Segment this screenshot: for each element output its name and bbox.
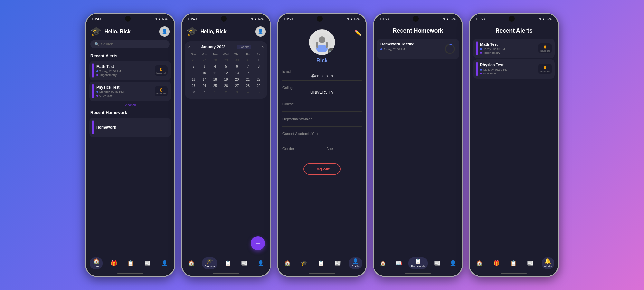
nav-tasks-5[interactable]: 📋 — [507, 259, 519, 267]
nav-news-2[interactable]: 📰 — [239, 259, 250, 267]
cal-day[interactable]: 26 — [188, 57, 199, 63]
cal-day[interactable]: 3 — [232, 90, 242, 95]
cal-day[interactable]: 26 — [221, 83, 231, 89]
cal-day[interactable]: 3 — [199, 64, 210, 70]
nav-classes-2[interactable]: 🎓 Classes — [202, 257, 217, 269]
nav-home-4[interactable]: 🏠 — [377, 259, 389, 267]
cal-day[interactable]: 24 — [199, 83, 210, 89]
cal-day[interactable]: 15 — [253, 70, 264, 76]
gender-label: Gender — [282, 147, 317, 150]
cal-day[interactable]: 11 — [210, 70, 220, 76]
cal-day[interactable]: 23 — [188, 83, 199, 89]
bottom-nav-2: 🏠 🎓 Classes 📋 📰 👤 — [182, 255, 270, 273]
nav-home-2[interactable]: 🏠 — [185, 259, 197, 267]
alert-info-5-2: Physics Test Monday, 02:30 PM Gravitatio… — [480, 63, 536, 75]
cal-day[interactable]: 17 — [199, 77, 210, 82]
nav-home-3[interactable]: 🏠 — [282, 259, 293, 267]
cal-day[interactable]: 6 — [232, 64, 242, 70]
nav-tasks-1[interactable]: 📋 — [125, 259, 137, 267]
gender-age-row: Gender Age — [278, 144, 366, 159]
alert-info-2: Physics Test Monday, 02:30 PM Gravitatio… — [96, 85, 152, 97]
cal-day[interactable]: 22 — [253, 77, 264, 82]
profile-name: Rick — [317, 58, 327, 63]
nav-profile-2[interactable]: 👤 — [255, 259, 267, 267]
cal-day[interactable]: 4 — [243, 90, 253, 95]
cal-day[interactable]: 10 — [199, 70, 210, 76]
nav-classes-3[interactable]: 🎓 — [298, 259, 310, 267]
cal-day[interactable]: 28 — [210, 57, 220, 63]
nav-gifts-5[interactable]: 🎁 — [491, 259, 502, 267]
nav-hw-4[interactable]: 📋 Homework — [408, 257, 427, 269]
cal-day[interactable]: 29 — [221, 57, 231, 63]
search-bar[interactable]: 🔍 Search — [90, 40, 170, 48]
cal-day[interactable]: 25 — [210, 83, 220, 89]
cal-next[interactable]: › — [262, 44, 264, 50]
cal-day[interactable]: 2 — [221, 90, 231, 95]
home-indicator-2 — [213, 273, 239, 274]
cal-header-thu: Thu — [232, 52, 242, 57]
cal-day[interactable]: 27 — [199, 57, 210, 63]
view-all-link[interactable]: View all — [86, 102, 174, 108]
nav-news-5[interactable]: 📰 — [525, 259, 536, 267]
cal-day[interactable]: 30 — [188, 90, 199, 95]
cal-day[interactable]: 16 — [188, 77, 199, 82]
alerts-icon-5: 🔔 — [545, 259, 551, 264]
alerts-nav-label-5: Alerts — [544, 265, 552, 268]
cal-day[interactable]: 18 — [210, 77, 220, 82]
cal-day[interactable]: 20 — [232, 77, 242, 82]
alert-date-5-2: Monday, 02:30 PM — [483, 68, 507, 71]
edit-icon[interactable]: ✏️ — [355, 29, 362, 36]
logout-button[interactable]: Log out — [303, 163, 341, 175]
cal-day[interactable]: 1 — [210, 90, 220, 95]
bottom-nav-4: 🏠 📖 📋 Homework 📰 👤 — [374, 255, 462, 273]
cal-day[interactable]: 27 — [232, 83, 242, 89]
bottom-nav-3: 🏠 🎓 📋 📰 👤 Profile — [278, 255, 366, 273]
cal-day[interactable]: 8 — [253, 64, 264, 70]
cal-day[interactable]: 7 — [243, 64, 253, 70]
svg-rect-3 — [316, 42, 318, 48]
cal-day[interactable]: 5 — [253, 90, 264, 95]
cal-day[interactable]: 2 — [188, 64, 199, 70]
cal-day[interactable]: 5 — [221, 64, 231, 70]
cal-day[interactable]: 28 — [243, 83, 253, 89]
cal-day[interactable]: 13 — [232, 70, 242, 76]
nav-home-1[interactable]: 🏠 Home — [90, 257, 103, 269]
nav-books-4[interactable]: 📖 — [393, 259, 404, 267]
nav-home-label: Home — [92, 265, 100, 268]
cal-prev[interactable]: ‹ — [188, 44, 190, 50]
cal-view-badge[interactable]: 2 weeks — [237, 45, 251, 49]
nav-tasks-2[interactable]: 📋 — [222, 259, 234, 267]
recent-hw-title: Recent Homework — [86, 108, 174, 116]
cal-day[interactable]: 1 — [253, 57, 264, 63]
nav-alerts-5[interactable]: 🔔 Alerts — [542, 257, 554, 269]
camera-overlay[interactable]: 📷 — [328, 48, 335, 55]
nav-gifts-1[interactable]: 🎁 — [108, 259, 120, 267]
hours-badge-2: 0 hours left — [155, 86, 168, 96]
nav-profile-3[interactable]: 👤 Profile — [349, 257, 362, 269]
cal-day[interactable]: 30 — [232, 57, 242, 63]
cal-day[interactable]: 19 — [221, 77, 231, 82]
search-placeholder: Search — [101, 42, 113, 46]
nav-news-1[interactable]: 📰 — [142, 259, 153, 267]
alert-info-5-1: Math Test Today, 12:30 PM Trigonometry — [480, 42, 536, 54]
cal-day[interactable]: 14 — [243, 70, 253, 76]
nav-news-3[interactable]: 📰 — [332, 259, 344, 267]
cal-day[interactable]: 21 — [243, 77, 253, 82]
email-value: @gmail.com — [282, 74, 362, 81]
cal-day[interactable]: 29 — [253, 83, 264, 89]
alert-subject-2: Gravitation — [99, 94, 114, 97]
nav-tasks-3[interactable]: 📋 — [315, 259, 327, 267]
nav-news-4[interactable]: 📰 — [431, 259, 443, 267]
nav-profile-4[interactable]: 👤 — [447, 259, 459, 267]
cal-day[interactable]: 31 — [243, 57, 253, 63]
fab-add-button[interactable]: + — [251, 236, 265, 250]
nav-home-5[interactable]: 🏠 — [474, 259, 485, 267]
profile-icon-2: 👤 — [258, 261, 264, 266]
status-bar-5: 10:53 ▼▲ 62% — [470, 14, 558, 23]
nav-profile-1[interactable]: 👤 — [159, 259, 170, 267]
cal-day[interactable]: 12 — [221, 70, 231, 76]
cal-day[interactable]: 9 — [188, 70, 199, 76]
status-bar-4: 10:53 ▼▲ 62% — [374, 14, 462, 23]
cal-day[interactable]: 4 — [210, 64, 220, 70]
cal-day[interactable]: 31 — [199, 90, 210, 95]
